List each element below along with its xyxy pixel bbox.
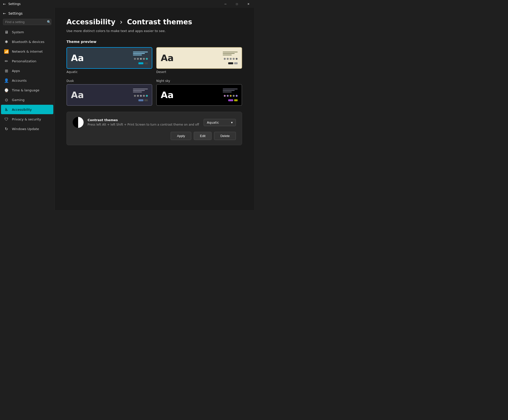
- minimize-button[interactable]: ─: [220, 0, 231, 8]
- sidebar-item-privacy[interactable]: 🛡 Privacy & security: [1, 114, 53, 124]
- sidebar-item-accounts[interactable]: 👤 Accounts: [1, 76, 53, 85]
- theme-dots-nightsky: [224, 95, 238, 97]
- theme-dots-dusk: [134, 95, 148, 97]
- theme-preview-nightsky[interactable]: Aa: [156, 84, 242, 106]
- theme-card-nightsky[interactable]: Night sky Aa: [156, 79, 242, 106]
- network-icon: 📶: [4, 49, 9, 54]
- sidebar-item-label-network: Network & internet: [12, 50, 43, 53]
- sidebar-item-label-personalization: Personalization: [12, 59, 36, 63]
- sidebar-item-gaming[interactable]: ⊙ Gaming: [1, 95, 53, 105]
- theme-right-aquatic: [133, 52, 148, 64]
- sidebar-item-system[interactable]: 🖥 System: [1, 27, 53, 37]
- privacy-icon: 🛡: [4, 117, 9, 122]
- breadcrumb: Accessibility › Contrast themes: [66, 18, 242, 26]
- theme-mini-btn: [228, 62, 233, 64]
- action-buttons: Apply Edit Delete: [73, 132, 236, 140]
- sidebar-item-personalization[interactable]: ✏ Personalization: [1, 56, 53, 66]
- sidebar-item-time[interactable]: ⌚ Time & language: [1, 85, 53, 95]
- theme-dot: [227, 95, 229, 97]
- page-description: Use more distinct colors to make text an…: [66, 29, 242, 33]
- sidebar-item-label-gaming: Gaming: [12, 98, 25, 102]
- sidebar-item-apps[interactable]: ⊞ Apps: [1, 66, 53, 75]
- search-box: 🔍: [3, 19, 51, 25]
- sidebar: ← Settings 🔍 🖥 System ✱ Bluetooth & devi…: [0, 8, 55, 210]
- theme-dot: [224, 58, 226, 60]
- sidebar-item-label-time: Time & language: [12, 88, 39, 92]
- content-area: Accessibility › Contrast themes Use more…: [55, 8, 254, 210]
- theme-dot: [230, 58, 232, 60]
- theme-mini-btn: [234, 99, 238, 101]
- theme-right-nightsky: [223, 89, 238, 101]
- theme-lines-nightsky: [223, 89, 238, 92]
- theme-card-desert[interactable]: Aa: [156, 47, 242, 75]
- back-button[interactable]: ← Settings: [0, 10, 54, 17]
- delete-button[interactable]: Delete: [214, 132, 236, 140]
- theme-lines-aquatic: [133, 52, 148, 55]
- theme-dot: [146, 95, 148, 97]
- theme-line: [133, 90, 145, 91]
- accessibility-icon: ♿: [4, 107, 9, 112]
- contrast-description: Press left Alt + left Shift + Print Scre…: [88, 123, 200, 127]
- sidebar-item-label-accounts: Accounts: [12, 79, 27, 82]
- accounts-icon: 👤: [4, 78, 9, 83]
- titlebar-title: Settings: [8, 2, 21, 6]
- theme-dot: [140, 95, 142, 97]
- gaming-icon: ⊙: [4, 97, 9, 102]
- theme-preview-label: Theme preview: [66, 40, 242, 44]
- theme-dot: [236, 95, 238, 97]
- theme-preview-dusk[interactable]: Aa: [66, 84, 152, 106]
- theme-name-desert: Desert: [156, 70, 242, 74]
- theme-mini-btns-dusk: [138, 99, 148, 101]
- theme-aa-desert: Aa: [161, 53, 174, 63]
- theme-dot: [137, 95, 139, 97]
- theme-mini-btn: [144, 99, 148, 101]
- update-icon: ↻: [4, 126, 9, 131]
- theme-mini-btns-aquatic: [138, 62, 148, 64]
- theme-dot: [230, 95, 232, 97]
- sidebar-item-label-update: Windows Update: [12, 127, 39, 131]
- theme-preview-aquatic[interactable]: Aa: [66, 47, 152, 69]
- theme-right-dusk: [133, 89, 148, 101]
- theme-card-dusk[interactable]: Dusk Aa: [66, 79, 152, 106]
- contrast-panel: Contrast themes Press left Alt + left Sh…: [66, 112, 242, 145]
- edit-button[interactable]: Edit: [194, 132, 212, 140]
- search-input[interactable]: [5, 20, 47, 24]
- sidebar-item-label-accessibility: Accessibility: [12, 108, 32, 111]
- sidebar-item-update[interactable]: ↻ Windows Update: [1, 124, 53, 134]
- theme-dot: [233, 58, 235, 60]
- close-button[interactable]: ✕: [243, 0, 254, 8]
- theme-aa-aquatic: Aa: [71, 53, 84, 63]
- sidebar-item-network[interactable]: 📶 Network & internet: [1, 47, 53, 56]
- back-icon: ←: [3, 2, 6, 6]
- theme-dot: [227, 58, 229, 60]
- page-header: Accessibility › Contrast themes Use more…: [66, 18, 242, 33]
- theme-line: [223, 53, 235, 54]
- sidebar-item-bluetooth[interactable]: ✱ Bluetooth & devices: [1, 37, 53, 46]
- theme-dot: [146, 58, 148, 60]
- sidebar-item-label-apps: Apps: [12, 69, 20, 73]
- theme-mini-btn: [234, 62, 238, 64]
- contrast-row: Contrast themes Press left Alt + left Sh…: [73, 117, 236, 128]
- theme-card-aquatic[interactable]: Aa: [66, 47, 152, 75]
- sidebar-item-label-bluetooth: Bluetooth & devices: [12, 40, 44, 44]
- theme-line: [133, 89, 148, 89]
- theme-line: [223, 90, 235, 91]
- theme-dot: [143, 95, 145, 97]
- sidebar-item-accessibility[interactable]: ♿ Accessibility: [1, 105, 53, 114]
- theme-line: [133, 53, 145, 54]
- search-icon: 🔍: [47, 20, 51, 24]
- nav-list: 🖥 System ✱ Bluetooth & devices 📶 Network…: [0, 27, 54, 134]
- theme-dot: [143, 58, 145, 60]
- theme-right-desert: [223, 52, 238, 64]
- sidebar-title: Settings: [8, 11, 23, 15]
- maximize-button[interactable]: □: [231, 0, 243, 8]
- breadcrumb-separator: ›: [120, 18, 123, 26]
- app-body: ← Settings 🔍 🖥 System ✱ Bluetooth & devi…: [0, 8, 254, 210]
- theme-preview-desert[interactable]: Aa: [156, 47, 242, 69]
- theme-line: [223, 52, 238, 52]
- theme-dot: [236, 58, 238, 60]
- titlebar: ← Settings ─ □ ✕: [0, 0, 254, 8]
- contrast-theme-dropdown[interactable]: Aquatic ▾: [204, 119, 236, 126]
- dropdown-value: Aquatic: [207, 121, 219, 124]
- apply-button[interactable]: Apply: [171, 132, 191, 140]
